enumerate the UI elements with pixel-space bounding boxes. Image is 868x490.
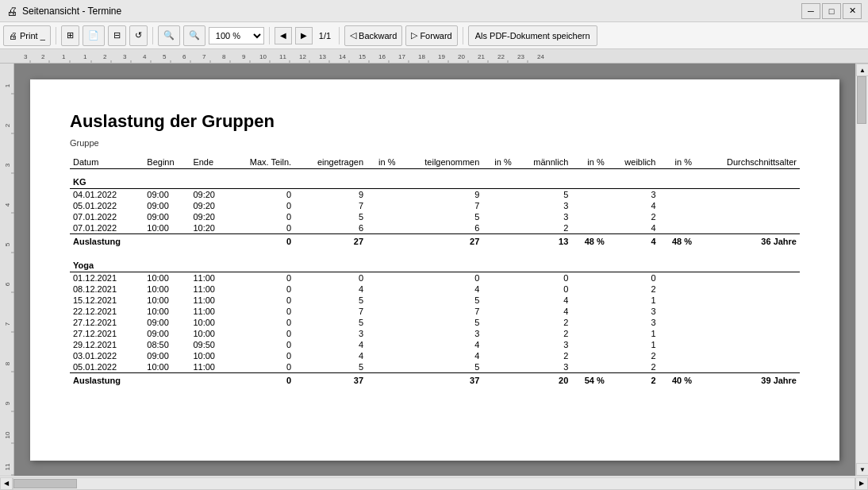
forward-icon: ▷ <box>411 30 417 41</box>
refresh-icon-btn[interactable]: ↺ <box>129 25 148 46</box>
table-cell: 10:00 <box>190 328 229 339</box>
table-cell: 1 <box>608 328 659 339</box>
auslastung-cell: 48 % <box>659 234 695 253</box>
table-cell: 10:00 <box>190 317 229 328</box>
separator-5 <box>463 27 463 44</box>
svg-text:15: 15 <box>359 53 366 60</box>
svg-text:7: 7 <box>4 322 11 326</box>
table-cell <box>659 306 695 317</box>
report-table: Datum Beginn Ende Max. Teiln. eingetrage… <box>70 156 800 392</box>
ruler-left: 1 2 3 4 5 6 7 8 9 10 11 <box>0 64 14 476</box>
table-row: 05.01.202210:0011:0005532 <box>70 361 800 373</box>
col-teilgenommen: teilgenommen <box>398 156 482 169</box>
table-cell: 4 <box>294 350 367 361</box>
svg-text:22: 22 <box>497 53 505 60</box>
horizontal-scrollbar[interactable] <box>13 477 855 490</box>
table-cell: 05.01.2022 <box>70 200 144 211</box>
forward-btn[interactable]: ▷ Forward <box>405 25 457 46</box>
maximize-button[interactable]: □ <box>822 3 841 19</box>
table-cell: 6 <box>398 222 482 234</box>
separator-2 <box>152 27 153 44</box>
svg-text:1: 1 <box>62 53 66 60</box>
table-cell: 2 <box>608 211 659 222</box>
table-cell <box>482 189 514 201</box>
minimize-button[interactable]: ─ <box>801 3 820 19</box>
col-ende: Ende <box>190 156 229 169</box>
table-cell <box>482 200 514 211</box>
table-cell: 3 <box>608 189 659 201</box>
scroll-right-btn[interactable]: ▶ <box>855 477 868 490</box>
table-cell <box>695 361 800 373</box>
table-cell: 10:00 <box>144 222 190 234</box>
table-cell: 11:00 <box>190 284 229 295</box>
h-scroll-thumb[interactable] <box>13 479 77 488</box>
table-cell <box>659 295 695 306</box>
table-cell: 4 <box>398 350 482 361</box>
auslastung-cell: 36 Jahre <box>695 234 800 253</box>
auslastung-cell: 37 <box>398 373 482 392</box>
svg-text:4: 4 <box>143 53 147 60</box>
save-pdf-btn[interactable]: Als PDF-Dokument speichern <box>468 25 597 46</box>
table-cell: 4 <box>515 306 572 317</box>
table-cell: 7 <box>294 306 367 317</box>
svg-text:11: 11 <box>4 463 11 470</box>
close-button[interactable]: ✕ <box>843 3 862 19</box>
table-row: 15.12.202110:0011:0005541 <box>70 295 800 306</box>
scroll-left-btn[interactable]: ◀ <box>0 477 13 490</box>
zoom-in-btn[interactable]: 🔍 <box>183 25 205 46</box>
table-cell <box>659 361 695 373</box>
table-cell <box>695 350 800 361</box>
scroll-down-btn[interactable]: ▼ <box>856 463 868 476</box>
table-icon-btn[interactable]: ⊟ <box>108 25 126 46</box>
backward-btn[interactable]: ◁ Backward <box>344 25 402 46</box>
group-icon: ⊞ <box>67 30 74 41</box>
svg-text:24: 24 <box>537 53 544 60</box>
auslastung-cell: 2 <box>608 373 659 392</box>
toolbar: 🖨 Print _ ⊞ 📄 ⊟ ↺ 🔍 🔍 100 % ◀ ▶ 1/1 ◁ Ba… <box>0 22 868 49</box>
scroll-area[interactable]: Auslastung der Gruppen Gruppe Datum Begi… <box>14 64 855 476</box>
table-cell: 1 <box>608 295 659 306</box>
table-cell: 3 <box>515 200 572 211</box>
copy-icon-btn[interactable]: 📄 <box>83 25 105 46</box>
group-icon-btn[interactable]: ⊞ <box>61 25 79 46</box>
table-cell: 2 <box>515 350 572 361</box>
auslastung-cell <box>190 234 229 253</box>
table-cell: 5 <box>294 317 367 328</box>
col-teilgenommen-pct: in % <box>482 156 514 169</box>
table-cell: 0 <box>229 284 294 295</box>
table-cell <box>482 272 514 284</box>
table-cell <box>367 211 398 222</box>
table-cell <box>659 211 695 222</box>
table-cell: 10:20 <box>190 222 229 234</box>
scroll-up-btn[interactable]: ▲ <box>856 64 868 76</box>
scroll-thumb[interactable] <box>857 76 866 124</box>
print-label: Print _ <box>20 31 45 41</box>
table-cell: 3 <box>608 317 659 328</box>
svg-text:23: 23 <box>517 53 524 60</box>
svg-text:2: 2 <box>103 53 107 60</box>
table-cell: 27.12.2021 <box>70 328 144 339</box>
table-cell: 7 <box>398 200 482 211</box>
auslastung-cell: 48 % <box>571 234 607 253</box>
table-cell: 4 <box>398 339 482 350</box>
table-cell: 09:00 <box>144 189 190 201</box>
auslastung-cell: Auslastung <box>70 373 144 392</box>
svg-text:2: 2 <box>41 53 45 60</box>
svg-text:7: 7 <box>202 53 206 60</box>
printer-icon-btn[interactable]: 🖨 Print _ <box>3 25 51 46</box>
zoom-select[interactable]: 100 % <box>209 27 264 44</box>
table-cell: 0 <box>229 339 294 350</box>
table-cell <box>571 272 607 284</box>
table-cell: 10:00 <box>144 272 190 284</box>
prev-page-btn[interactable]: ◀ <box>275 27 292 44</box>
table-cell <box>695 339 800 350</box>
ruler-top-svg: 3 2 1 1 2 3 4 5 6 7 8 9 10 11 12 13 14 1… <box>0 49 868 64</box>
table-cell: 2 <box>515 222 572 234</box>
table-cell: 04.01.2022 <box>70 189 144 201</box>
table-cell: 3 <box>294 328 367 339</box>
next-page-btn[interactable]: ▶ <box>295 27 313 44</box>
zoom-out-btn[interactable]: 🔍 <box>158 25 180 46</box>
table-cell <box>482 211 514 222</box>
table-cell: 0 <box>229 272 294 284</box>
svg-text:13: 13 <box>319 53 326 60</box>
